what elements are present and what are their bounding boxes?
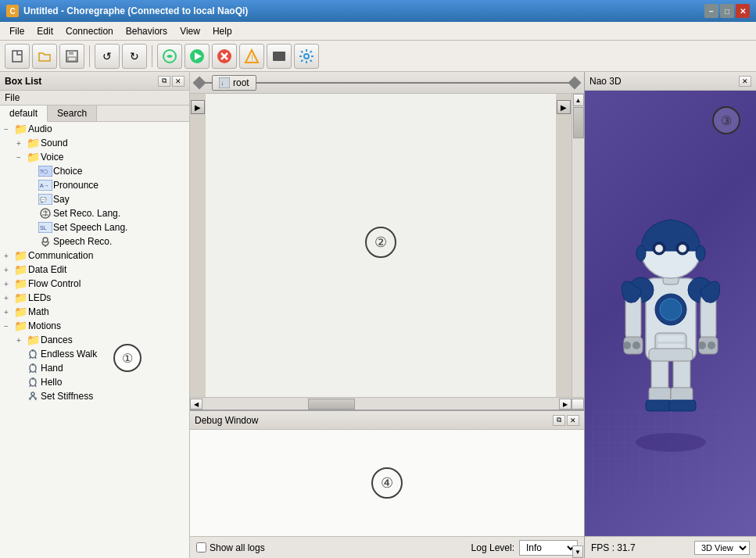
play-button[interactable] [185,44,210,69]
panel-close-button[interactable]: ✕ [172,76,185,87]
tree-item-flow-control[interactable]: + 📁 Flow Control [0,277,189,291]
folder-sound-icon: 📁 [25,137,41,149]
nao-close-button[interactable]: ✕ [739,76,751,87]
root-box[interactable]: ↓ root [212,75,256,91]
expand-math[interactable]: + [0,308,13,317]
tree-item-motions[interactable]: − 📁 Motions [0,319,189,333]
annotation-2: ② [365,227,396,258]
svg-point-58 [623,342,631,349]
vscroll-down-button[interactable]: ▼ [572,545,583,558]
expand-data-edit[interactable]: + [0,266,13,274]
menu-view[interactable]: View [174,24,206,38]
nao-content[interactable]: ③ [585,91,756,536]
debug-close-button[interactable]: ✕ [567,415,579,426]
flow-hscrollbar[interactable]: ◀ ▶ [190,397,584,410]
hscroll-left-button[interactable]: ◀ [190,399,202,410]
panel-restore-button[interactable]: ⧉ [158,76,170,87]
menu-help[interactable]: Help [206,24,238,38]
hscroll-thumb[interactable] [308,399,355,410]
expand-audio[interactable]: − [0,125,13,134]
tree-item-audio[interactable]: − 📁 Audio [0,122,189,136]
robot-svg [593,130,749,497]
main-layout: Box List ⧉ ✕ File default Search − 📁 Aud… [0,72,756,558]
tree-item-leds[interactable]: + 📁 LEDs [0,291,189,305]
tree-label-dances: Dances [41,334,189,345]
icon-say: 💬 [38,193,53,206]
vscroll-up-button[interactable]: ▲ [573,94,584,106]
root-icon: ↓ [219,77,230,88]
show-all-logs-checkbox[interactable] [196,542,206,553]
save-button[interactable] [59,44,84,69]
expand-voice[interactable]: − [13,153,25,162]
menu-bar: File Edit Connection Behaviors View Help [0,22,756,41]
flow-right-side: ▶ [556,94,571,397]
svg-rect-40 [593,411,749,497]
connect-button[interactable] [157,44,182,69]
tree-item-communication[interactable]: + 📁 Communication [0,249,189,263]
tree-item-hello[interactable]: Hello [0,375,189,389]
tree-item-dances[interactable]: + 📁 Dances [0,333,189,347]
icon-choice: ?⬡ [38,165,53,177]
app-icon: C [6,5,19,17]
menu-file[interactable]: File [3,24,30,38]
tree-item-data-edit[interactable]: + 📁 Data Edit [0,263,189,277]
log-level-select[interactable]: Debug Info Warning Error [519,540,578,556]
menu-edit[interactable]: Edit [30,24,59,38]
hscroll-right-button[interactable]: ▶ [559,399,571,410]
toolbar-separator-2 [152,45,152,67]
icon-set-speech-lang: SL [38,221,53,234]
new-button[interactable] [5,44,30,69]
annotation-4: ④ [371,467,403,499]
tree-item-hand[interactable]: Hand [0,361,189,375]
tree-item-choice[interactable]: ?⬡ Choice [0,164,189,178]
flow-vscrollbar[interactable]: ▲ ▼ [571,94,584,397]
tree-item-voice[interactable]: − 📁 Voice [0,150,189,164]
tab-search[interactable]: Search [48,106,97,121]
tree-item-say[interactable]: 💬 Say [0,192,189,206]
view-select[interactable]: 3D View 2D View [694,541,750,555]
tree-item-math[interactable]: + 📁 Math [0,305,189,319]
maximize-button[interactable]: □ [720,4,734,18]
expand-flow-control[interactable]: + [0,280,13,288]
folder-voice-icon: 📁 [25,151,41,163]
open-button[interactable] [32,44,57,69]
tree-item-set-speech-lang[interactable]: SL Set Speech Lang. [0,220,189,234]
tree-item-pronounce[interactable]: A→ Pronounce [0,178,189,192]
svg-point-50 [660,299,682,320]
expand-sound[interactable]: + [13,139,25,148]
svg-point-62 [698,342,706,349]
svg-line-31 [30,370,30,373]
expand-communication[interactable]: + [0,252,13,260]
window-title: Untitled - Choregraphe (Connected to loc… [23,5,704,16]
record-button[interactable] [267,44,292,69]
flow-play-left-button[interactable]: ▶ [191,100,205,114]
tree-item-set-reco-lang[interactable]: Set Reco. Lang. [0,206,189,220]
flow-main-canvas[interactable]: ② [206,94,556,397]
expand-motions[interactable]: − [0,322,13,331]
flow-play-right-button[interactable]: ▶ [557,100,571,114]
tree-item-sound[interactable]: + 📁 Sound [0,136,189,150]
debug-content[interactable]: ④ [190,430,584,536]
expand-dances[interactable]: + [13,336,25,345]
expand-leds[interactable]: + [0,294,13,302]
show-all-logs-text: Show all logs [210,542,265,553]
settings-button[interactable] [294,44,319,69]
tree-item-endless-walk[interactable]: Endless Walk [0,347,189,361]
debug-restore-button[interactable]: ⧉ [553,415,565,426]
tree-item-speech-reco[interactable]: Speech Reco. [0,234,189,249]
menu-behaviors[interactable]: Behaviors [120,24,174,38]
annotation-3: ③ [712,106,740,134]
svg-text:!: ! [251,53,253,63]
menu-connection[interactable]: Connection [59,24,120,38]
minimize-button[interactable]: − [704,4,718,18]
redo-button[interactable]: ↻ [122,44,147,69]
tree-view[interactable]: − 📁 Audio + 📁 Sound − 📁 Voice ?⬡ [0,122,189,558]
stop-button[interactable] [212,44,237,69]
vscroll-thumb[interactable] [573,107,584,138]
undo-button[interactable]: ↺ [95,44,120,69]
tab-default[interactable]: default [0,106,48,122]
close-button[interactable]: ✕ [736,4,750,18]
warning-button[interactable]: ! [239,44,264,69]
tree-item-set-stiffness[interactable]: Set Stiffness [0,389,189,403]
show-all-logs-label[interactable]: Show all logs [196,542,265,553]
